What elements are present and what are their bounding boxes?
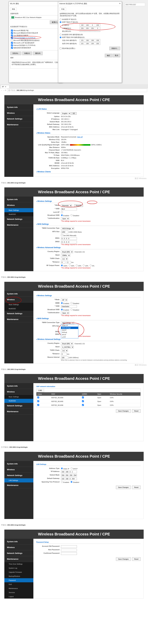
bcast-enabled-radio[interactable] [61, 309, 63, 310]
section-wireless-clients[interactable]: Wireless Clients [36, 171, 140, 174]
gateway-input[interactable] [80, 31, 100, 32]
static-ip-radio[interactable] [61, 468, 63, 469]
rf-power-radio[interactable] [61, 264, 63, 266]
region-select[interactable]: Brazil (BR) [61, 250, 73, 253]
rf-power-radio[interactable] [83, 264, 84, 266]
section-wireless-advanced[interactable]: Wireless Advanced Settings [36, 338, 140, 341]
protocol-list[interactable]: Microsoft 网络客户端 Microsoft 网络的文件和打印机共享 Qo… [10, 28, 61, 50]
proto-check[interactable] [11, 42, 13, 44]
dns1-input[interactable] [61, 237, 77, 240]
auth-select[interactable]: Open [61, 217, 69, 220]
vap-wms-check[interactable] [82, 396, 84, 398]
ssid-input[interactable] [61, 208, 77, 210]
mode-select[interactable]: Repeater [61, 204, 72, 207]
close-icon[interactable]: ✕ [119, 2, 120, 5]
uninstall-button[interactable]: 卸载(U) [22, 52, 32, 55]
sidebar-sub-basic[interactable]: Basic Settings [4, 208, 33, 212]
new-password-input[interactable] [61, 549, 77, 552]
proto-check[interactable] [11, 37, 13, 39]
sidebar-item-maintenance[interactable]: Maintenance [4, 409, 33, 414]
proto-check[interactable] [11, 32, 13, 34]
sidebar-item-wireless[interactable]: Wireless [4, 467, 33, 472]
proto-check[interactable] [11, 34, 13, 36]
region-select[interactable]: Brazil (BR) [61, 342, 73, 345]
wan-type-select[interactable]: WDS Bridge [61, 227, 74, 230]
section-wan-settings[interactable]: WAN Settings [36, 223, 140, 226]
bcast-disabled-radio[interactable] [70, 309, 72, 310]
section-lan-status[interactable]: LAN Status [36, 108, 140, 111]
sidebar-sub-syslog[interactable]: System Log [4, 566, 33, 570]
reset-button[interactable]: Reset [132, 486, 140, 489]
sidebar-item-system[interactable]: System info [4, 383, 33, 389]
stp-disabled-radio[interactable] [70, 481, 72, 483]
bcast-disabled-radio[interactable] [70, 214, 72, 216]
sidebar-item-network[interactable]: Network Settings [4, 116, 33, 122]
sidebar-item-wireless[interactable]: Wireless [4, 389, 33, 395]
dns-manual-check[interactable] [61, 234, 63, 236]
ssid-input[interactable] [61, 305, 77, 308]
sidebar-sub-multissid[interactable]: MultiSSID [4, 212, 33, 216]
lan-mask-input[interactable] [61, 474, 77, 476]
sidebar-item-wireless[interactable]: Wireless [4, 110, 33, 116]
sidebar-item-system[interactable]: System info [4, 196, 33, 202]
lock-ap-check[interactable] [61, 211, 63, 213]
sidebar-sub-maintenance[interactable]: Maintenance [4, 586, 33, 590]
ok-button[interactable]: 确定 [105, 54, 112, 57]
sidebar-item-system[interactable]: System info [4, 461, 33, 467]
sidebar-sub-backup[interactable]: Backup/Restore [4, 574, 33, 578]
vap-wms-check[interactable] [82, 404, 84, 406]
sidebar-item-network[interactable]: Network Settings [4, 472, 33, 478]
sidebar-item-wireless[interactable]: Wireless [4, 297, 33, 302]
wmm-enabled-radio[interactable] [61, 302, 63, 304]
reset-button[interactable]: Reset [132, 557, 140, 561]
sidebar-sub-dos[interactable]: DoS [4, 582, 33, 586]
sidebar-item-wireless[interactable]: Wireless [4, 202, 33, 208]
mtu-input[interactable] [61, 231, 68, 233]
proto-check[interactable] [11, 30, 13, 32]
lan-ip-input[interactable] [61, 470, 77, 473]
vap-wms-check[interactable] [82, 400, 84, 402]
rf-power-radio[interactable] [69, 264, 71, 266]
ip-address-input[interactable]: 1921680100 [80, 24, 100, 26]
sidebar-sub-timezone[interactable]: Time Zone Settings [4, 562, 33, 566]
auto-ip-radio[interactable] [60, 18, 62, 20]
section-wireless-advanced[interactable]: Wireless Advanced Settings [36, 246, 140, 249]
cancel-button[interactable]: 取消 [113, 54, 120, 57]
bcast-enabled-radio[interactable] [61, 214, 63, 216]
tab-general[interactable]: 常规 [60, 8, 66, 11]
sidebar-item-system[interactable]: System info [4, 291, 33, 297]
search-connections-input[interactable] [125, 3, 145, 6]
install-button[interactable]: 安装(N)... [10, 52, 21, 55]
properties-button[interactable]: 属性(R) [33, 52, 43, 55]
save-button[interactable]: Save Changes [116, 409, 131, 413]
auth-select[interactable]: Open [61, 312, 69, 314]
save-button[interactable]: Save Changes [116, 486, 131, 489]
rf-power-radio[interactable] [76, 264, 78, 266]
signoff-link[interactable]: Sign off [77, 136, 82, 138]
section-wireless-settings[interactable]: Wireless Settings [36, 294, 140, 297]
subnet-mask-input[interactable]: 2552552550 [80, 27, 100, 30]
sidebar-sub-multissid[interactable]: MultiSSID [4, 306, 33, 311]
sidebar-sub-password[interactable]: Password [4, 578, 33, 582]
wmm-disabled-radio[interactable] [70, 302, 72, 304]
beacon-input[interactable] [61, 356, 68, 359]
wan-type-select[interactable]: WDS Bridge [61, 322, 74, 324]
dist-b-input[interactable] [66, 261, 71, 264]
proto-check[interactable] [11, 40, 13, 42]
sidebar-sub-services[interactable]: Services [4, 590, 33, 594]
sidebar-sub-basic[interactable]: Basic Settings [4, 395, 33, 399]
dist-a-input[interactable] [61, 261, 65, 264]
sidebar-item-maintenance[interactable]: Maintenance [4, 482, 33, 488]
sidebar-sub-basic[interactable]: Basic Settings [4, 302, 33, 306]
band-select[interactable]: 4_2437Mhz [61, 346, 74, 348]
section-wireless-status[interactable]: Wireless Status [36, 132, 140, 135]
section-wan-settings[interactable]: WAN Settings [36, 318, 140, 320]
dns1-input[interactable]: 101198198198 [80, 39, 100, 42]
sidebar-item-network[interactable]: Network Settings [4, 550, 33, 556]
mode-select[interactable]: AP [61, 299, 68, 301]
nav-icons[interactable]: ← → ⟳ [1, 90, 6, 91]
scan-ap-button[interactable]: Scan AP [74, 204, 83, 207]
advanced-button[interactable]: 高级(V)... [109, 46, 120, 50]
sidebar-item-maintenance[interactable]: Maintenance [4, 556, 33, 562]
sidebar-item-wireless[interactable]: Wireless [4, 544, 33, 550]
